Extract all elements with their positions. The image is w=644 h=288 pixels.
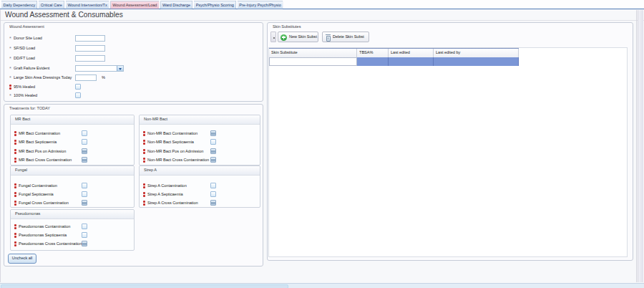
trash-icon	[326, 34, 331, 41]
uncheck-all-button[interactable]: Uncheck all	[8, 254, 36, 264]
strep-a-title: Strep A	[144, 168, 157, 172]
title-divider	[0, 20, 644, 21]
tab-ward-discharge[interactable]: Ward Discharge	[160, 1, 192, 9]
fungal-contamination-checkbox[interactable]	[82, 183, 87, 188]
horizontal-scrollbar-thumb[interactable]	[1, 284, 288, 288]
required-marker: *	[9, 55, 11, 61]
mr-bact-contamination-checkbox[interactable]	[82, 130, 87, 136]
field-ddft-load: * DD/FT Load	[4, 55, 263, 62]
skin-substitutes-group: Skin Substitutes New Skin Subst Delete S…	[267, 22, 633, 261]
delete-skin-subst-button[interactable]: Delete Skin Subst	[322, 32, 369, 42]
cell-skin-substitute[interactable]	[269, 57, 357, 66]
required-marker-red	[14, 183, 16, 188]
required-marker: *	[9, 45, 11, 51]
large-skin-dressings-input[interactable]	[75, 75, 97, 81]
page-title: Wound Assessment & Consumables	[5, 11, 123, 19]
100-healed-checkbox[interactable]	[75, 92, 81, 98]
new-skin-subst-button[interactable]: New Skin Subst	[278, 32, 318, 42]
col-last-edited-by[interactable]: Last edited by	[434, 49, 519, 57]
field-95-healed: 95% Healed	[4, 84, 263, 91]
required-marker-red	[14, 140, 16, 145]
required-marker-red	[143, 183, 145, 188]
sfsd-load-input[interactable]	[75, 45, 105, 52]
wound-assessment-page: Daily DependencyCritical CareWound Inter…	[0, 0, 644, 288]
content-left-edge	[0, 10, 1, 282]
cell-tbsa[interactable]	[357, 57, 389, 66]
tab-critical-care[interactable]: Critical Care	[39, 1, 64, 9]
required-marker: *	[9, 65, 11, 71]
non-mr-bact-cross-contamination-checkbox[interactable]	[210, 157, 216, 163]
table-header: Skin Substitute TBSA% Last edited Last e…	[269, 48, 519, 58]
tab-wound-intervention[interactable]: Wound Intervention/Tx	[65, 1, 109, 9]
mr-bact-cross-contamination-checkbox[interactable]	[82, 157, 87, 163]
fungal-group: Fungal Fungal Contamination Fungal Septi…	[10, 165, 135, 208]
donor-site-load-input[interactable]	[75, 35, 105, 42]
field-sfsd-load: * SF/SD Load	[4, 45, 263, 52]
required-marker-red	[14, 201, 16, 206]
non-mr-bact-septicaemia-checkbox[interactable]	[210, 139, 216, 145]
required-marker-red	[9, 85, 11, 90]
required-marker-red	[143, 158, 145, 163]
pseudomonas-title: Pseudomonas	[15, 211, 40, 216]
non-mr-bact-pos-admission-checkbox[interactable]	[210, 148, 216, 154]
col-tbsa[interactable]: TBSA%	[357, 49, 389, 57]
skin-substitutes-table: Skin Substitute TBSA% Last edited Last e…	[268, 47, 628, 257]
toolbar-grip[interactable]	[270, 32, 276, 42]
strep-a-cross-contamination-checkbox[interactable]	[210, 200, 216, 206]
table-row[interactable]	[269, 57, 519, 66]
required-marker-red	[143, 149, 145, 154]
required-marker-red	[143, 192, 145, 197]
pseudomonas-cross-contamination-checkbox[interactable]	[82, 241, 87, 246]
wound-assessment-group-title: Wound Assessment	[9, 24, 44, 29]
95-healed-checkbox[interactable]	[75, 84, 81, 90]
field-100-healed: * 100% Healed	[4, 92, 263, 100]
strep-a-group: Strep A Strep A Contamination Strep A Se…	[139, 165, 260, 208]
required-marker-red	[14, 241, 16, 246]
tab-pre-injury-psych-physio[interactable]: Pre-Injury Psych/Physio	[237, 1, 283, 9]
cell-last-edited[interactable]	[389, 57, 434, 66]
skin-substitutes-group-title: Skin Substitutes	[273, 24, 301, 29]
cell-last-edited-by[interactable]	[434, 57, 519, 66]
strep-a-septicaemia-checkbox[interactable]	[210, 191, 216, 197]
required-marker: *	[9, 35, 11, 41]
mr-bact-pos-admission-checkbox[interactable]	[82, 148, 87, 154]
pseudomonas-septicaemia-checkbox[interactable]	[82, 232, 87, 238]
required-marker-red	[14, 131, 16, 136]
graft-failure-combo[interactable]	[75, 65, 124, 72]
treatments-group: Treatments for: TODAY MR Bact MR Bact Co…	[4, 104, 263, 267]
field-graft-failure: * Graft Failure Evident	[4, 65, 263, 72]
add-icon	[280, 34, 287, 41]
fungal-septicaemia-checkbox[interactable]	[82, 191, 87, 197]
mr-bact-title: MR Bact	[15, 117, 30, 121]
content-right-edge	[636, 10, 637, 282]
ddft-load-input[interactable]	[75, 55, 105, 62]
tab-bar: Daily DependencyCritical CareWound Inter…	[0, 0, 644, 9]
treatments-group-title: Treatments for: TODAY	[9, 106, 50, 110]
fungal-cross-contamination-checkbox[interactable]	[82, 200, 87, 206]
horizontal-scrollbar[interactable]	[0, 283, 644, 288]
tab-daily-dependency[interactable]: Daily Dependency	[1, 1, 38, 9]
field-large-skin-dressings: * Large Skin Area Dressings Today %	[4, 75, 263, 82]
required-marker-red	[143, 201, 145, 206]
col-last-edited[interactable]: Last edited	[389, 49, 434, 57]
tab-wound-assessment-load[interactable]: Wound Assessment/Load	[110, 1, 159, 9]
field-donor-site-load: * Donor Site Load	[4, 35, 263, 42]
required-marker: *	[9, 75, 11, 80]
required-marker-red	[14, 192, 16, 197]
col-skin-substitute[interactable]: Skin Substitute	[269, 49, 357, 57]
fungal-title: Fungal	[15, 168, 27, 172]
pseudomonas-contamination-checkbox[interactable]	[82, 224, 87, 229]
required-marker-red	[14, 158, 16, 163]
vertical-scrollbar[interactable]	[638, 10, 643, 282]
required-marker: *	[9, 92, 11, 98]
required-marker-red	[14, 233, 16, 238]
non-mr-bact-contamination-checkbox[interactable]	[210, 130, 216, 136]
required-marker-red	[14, 224, 16, 229]
tab-psych-physio-scoring[interactable]: Psych/Physio Scoring	[194, 1, 236, 9]
non-mr-bact-title: Non-MR Bact	[144, 117, 167, 121]
wound-assessment-group: Wound Assessment * Donor Site Load * SF/…	[4, 22, 263, 102]
combo-dropdown-icon[interactable]	[117, 66, 123, 71]
mr-bact-septicaemia-checkbox[interactable]	[82, 139, 87, 145]
strep-a-contamination-checkbox[interactable]	[210, 183, 216, 188]
percent-suffix: %	[102, 75, 105, 80]
